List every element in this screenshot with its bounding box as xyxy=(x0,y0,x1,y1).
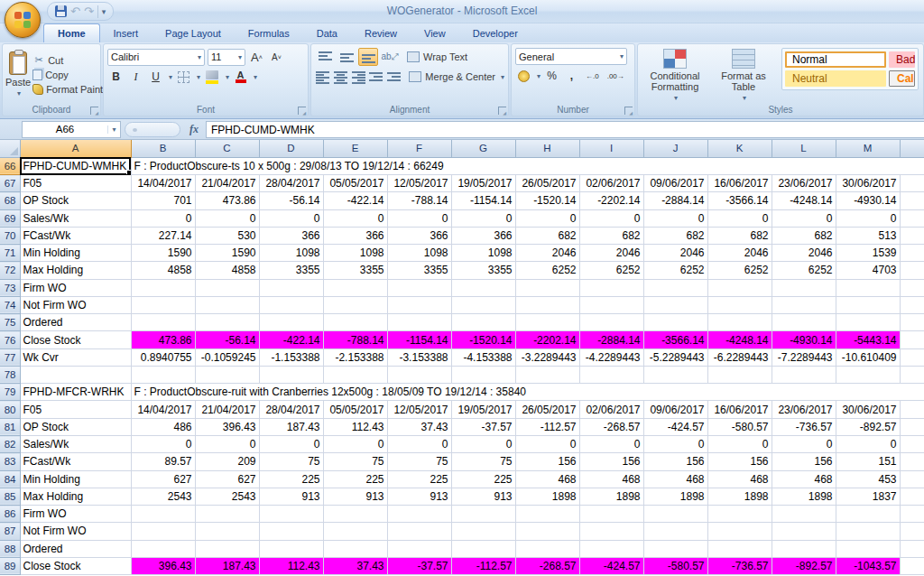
column-header-H[interactable]: H xyxy=(515,140,579,157)
cell-J80[interactable]: 09/06/2017 xyxy=(643,401,707,418)
cell-G85[interactable]: 913 xyxy=(451,488,515,505)
cell-L80[interactable]: 23/06/2017 xyxy=(772,401,836,418)
cell-F80[interactable]: 12/05/2017 xyxy=(387,401,451,418)
tab-view[interactable]: View xyxy=(411,23,459,42)
column-header-E[interactable]: E xyxy=(323,140,387,157)
row-header-68[interactable]: 68 xyxy=(0,192,20,209)
cell-L82[interactable]: 0 xyxy=(772,436,836,453)
cell-J83[interactable]: 156 xyxy=(643,453,707,470)
borders-button[interactable] xyxy=(175,68,192,86)
cell-D82[interactable]: 0 xyxy=(259,436,323,453)
cell-partial-75[interactable] xyxy=(900,314,924,331)
cell-I67[interactable]: 02/06/2017 xyxy=(579,175,643,192)
cell-I84[interactable]: 468 xyxy=(579,470,643,488)
cell-G68[interactable]: -1154.14 xyxy=(451,192,515,209)
cell-I78[interactable] xyxy=(579,366,643,383)
cell-F83[interactable]: 75 xyxy=(387,453,451,470)
cell-F70[interactable]: 366 xyxy=(387,227,451,244)
row-header-71[interactable]: 71 xyxy=(0,245,20,262)
cell-I74[interactable] xyxy=(579,296,643,313)
font-dialog-launcher-icon[interactable] xyxy=(298,107,306,115)
bottom-align-button[interactable] xyxy=(358,48,378,66)
cell-K72[interactable]: 6252 xyxy=(707,262,772,279)
row-header-76[interactable]: 76 xyxy=(0,331,20,348)
cell-F76[interactable]: -1154.14 xyxy=(387,331,451,348)
cell-partial-85[interactable] xyxy=(900,488,924,505)
cell-D83[interactable]: 75 xyxy=(259,453,323,470)
column-header-A[interactable]: A xyxy=(20,140,131,157)
cell-L68[interactable]: -4248.14 xyxy=(772,192,836,209)
cell-M85[interactable]: 1837 xyxy=(836,488,900,505)
borders-dropdown-icon[interactable]: ▾ xyxy=(197,73,200,81)
cell-M73[interactable] xyxy=(836,279,900,296)
cell-L70[interactable]: 682 xyxy=(772,227,836,244)
cell-G88[interactable] xyxy=(451,540,515,557)
cell-J75[interactable] xyxy=(643,314,707,331)
cell-E80[interactable]: 05/05/2017 xyxy=(323,401,387,418)
cell-H75[interactable] xyxy=(515,314,579,331)
cell-F87[interactable] xyxy=(387,523,451,540)
cell-E87[interactable] xyxy=(323,523,387,540)
cell-A75[interactable]: Ordered xyxy=(20,314,131,331)
cell-M75[interactable] xyxy=(836,314,900,331)
cell-L73[interactable] xyxy=(772,279,836,296)
cell-B86[interactable] xyxy=(131,506,195,523)
alignment-dialog-launcher-icon[interactable] xyxy=(498,107,506,115)
cell-A76[interactable]: Close Stock xyxy=(20,331,131,348)
cell-partial-76[interactable] xyxy=(900,331,924,348)
cell-B78[interactable] xyxy=(131,366,195,383)
cell-M84[interactable]: 453 xyxy=(836,470,900,488)
cell-A78[interactable] xyxy=(20,366,131,383)
paste-dropdown-icon[interactable]: ▾ xyxy=(17,89,21,98)
row-header-67[interactable]: 67 xyxy=(0,175,20,192)
cell-B80[interactable]: 14/04/2017 xyxy=(131,401,195,418)
clipboard-dialog-launcher-icon[interactable] xyxy=(90,107,98,115)
cell-E82[interactable]: 0 xyxy=(323,436,387,453)
cell-L69[interactable]: 0 xyxy=(772,209,836,227)
column-header-D[interactable]: D xyxy=(259,140,323,157)
cell-B77[interactable]: 0.8940755 xyxy=(131,348,195,366)
cell-M67[interactable]: 30/06/2017 xyxy=(836,175,900,192)
cell-I85[interactable]: 1898 xyxy=(579,488,643,505)
cell-H80[interactable]: 26/05/2017 xyxy=(515,401,579,418)
row-header-70[interactable]: 70 xyxy=(0,227,20,244)
cell-H70[interactable]: 682 xyxy=(515,227,579,244)
row-header-80[interactable]: 80 xyxy=(0,401,20,418)
cell-L86[interactable] xyxy=(772,506,836,523)
column-header-K[interactable]: K xyxy=(707,140,772,157)
cell-partial-88[interactable] xyxy=(900,540,924,557)
cell-B81[interactable]: 486 xyxy=(131,418,195,435)
cell-G70[interactable]: 366 xyxy=(451,227,515,244)
column-header-C[interactable]: C xyxy=(195,140,259,157)
cell-B72[interactable]: 4858 xyxy=(131,262,195,279)
percent-style-button[interactable]: % xyxy=(543,67,560,85)
middle-align-button[interactable] xyxy=(337,48,356,66)
font-size-combo[interactable]: 11 ▾ xyxy=(208,49,245,66)
cell-L87[interactable] xyxy=(772,523,836,540)
cell-K88[interactable] xyxy=(707,540,772,557)
cell-C84[interactable]: 627 xyxy=(195,470,259,488)
cell-partial-84[interactable] xyxy=(900,470,924,488)
cell-C80[interactable]: 21/04/2017 xyxy=(195,401,259,418)
cell-C70[interactable]: 530 xyxy=(195,227,259,244)
cell-F81[interactable]: 37.43 xyxy=(387,418,451,435)
cell-C67[interactable]: 21/04/2017 xyxy=(195,175,259,192)
cell-M80[interactable]: 30/06/2017 xyxy=(836,401,900,418)
cell-E83[interactable]: 75 xyxy=(323,453,387,470)
cell-C75[interactable] xyxy=(195,314,259,331)
bold-button[interactable]: B xyxy=(107,68,125,86)
cell-partial-69[interactable] xyxy=(900,209,924,227)
insert-function-icon[interactable]: fx xyxy=(189,123,199,136)
cell-D75[interactable] xyxy=(259,314,323,331)
cell-J70[interactable]: 682 xyxy=(643,227,707,244)
cell-partial-72[interactable] xyxy=(900,262,924,279)
cell-M77[interactable]: -10.610409 xyxy=(836,348,900,366)
cell-D84[interactable]: 225 xyxy=(259,470,323,488)
cell-F74[interactable] xyxy=(387,296,451,313)
cell-K77[interactable]: -6.2289443 xyxy=(707,348,772,366)
align-left-button[interactable] xyxy=(315,68,331,86)
cell-A73[interactable]: Firm WO xyxy=(20,279,131,296)
cell-B70[interactable]: 227.14 xyxy=(131,227,195,244)
cell-H88[interactable] xyxy=(515,540,579,557)
font-color-dropdown-icon[interactable]: ▾ xyxy=(254,73,257,81)
